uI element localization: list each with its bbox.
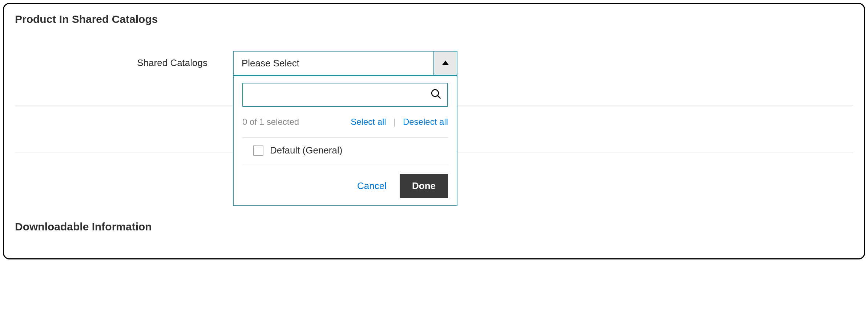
option-label: Default (General) bbox=[270, 145, 342, 156]
dropdown-actions: Cancel Done bbox=[242, 165, 448, 198]
cancel-button[interactable]: Cancel bbox=[357, 180, 387, 192]
multiselect-placeholder: Please Select bbox=[234, 52, 433, 75]
option-checkbox[interactable] bbox=[253, 146, 263, 156]
svg-marker-0 bbox=[442, 61, 449, 65]
svg-line-2 bbox=[438, 96, 441, 99]
multiselect-dropdown: 0 of 1 selected Select all | Deselect al… bbox=[233, 75, 457, 206]
downloadable-info-section-title: Downloadable Information bbox=[15, 221, 853, 233]
multiselect-toggle[interactable] bbox=[433, 52, 457, 75]
selection-count: 0 of 1 selected bbox=[242, 117, 299, 127]
multiselect-search-input[interactable] bbox=[249, 83, 431, 106]
svg-point-1 bbox=[432, 90, 439, 97]
search-icon bbox=[431, 89, 441, 101]
multiselect-header[interactable]: Please Select bbox=[233, 51, 457, 75]
separator: | bbox=[393, 117, 396, 127]
shared-catalogs-row: Shared Catalogs Please Select bbox=[15, 51, 853, 206]
shared-catalogs-section-title: Product In Shared Catalogs bbox=[15, 13, 853, 25]
selection-summary-bar: 0 of 1 selected Select all | Deselect al… bbox=[242, 117, 448, 138]
shared-catalogs-multiselect: Please Select bbox=[233, 51, 457, 206]
done-button[interactable]: Done bbox=[400, 174, 448, 198]
multiselect-search bbox=[242, 83, 448, 107]
selection-actions: Select all | Deselect all bbox=[351, 117, 448, 127]
deselect-all-button[interactable]: Deselect all bbox=[403, 117, 448, 127]
chevron-up-icon bbox=[442, 60, 449, 66]
select-all-button[interactable]: Select all bbox=[351, 117, 386, 127]
product-panel: Product In Shared Catalogs Shared Catalo… bbox=[3, 3, 865, 259]
shared-catalogs-label: Shared Catalogs bbox=[15, 51, 233, 69]
multiselect-option[interactable]: Default (General) bbox=[242, 138, 448, 165]
